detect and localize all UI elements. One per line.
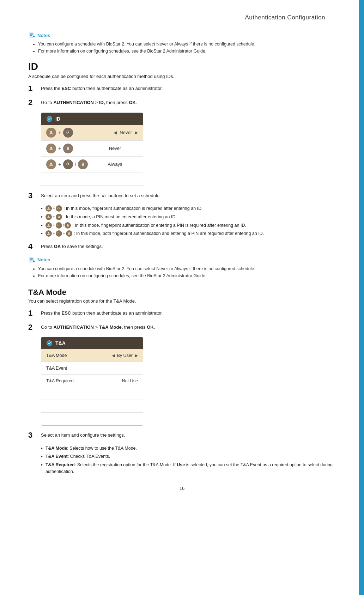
id-bullet-2-icons: + / [46, 222, 71, 229]
ta-screen-row-4 [41, 400, 143, 413]
page-header: Authentication Configuration [28, 14, 336, 21]
notes-icon-1 [28, 32, 35, 39]
id-step-3-bullets: + : In this mode, fingerprint authentica… [28, 205, 336, 237]
ta-bullet-2: T&A Required: Selects the registration o… [41, 462, 336, 475]
id-screen-row-0: + ◀ Never ▶ [41, 125, 143, 141]
notes-item-1-0: You can configure a schedule with BioSta… [38, 41, 336, 48]
id-bullet-0: + : In this mode, fingerprint authentica… [41, 205, 336, 212]
id-bullet-0-icons: + [46, 205, 62, 212]
id-bullet-0-text: : In this mode, fingerprint authenticati… [63, 205, 203, 212]
ta-step-3-bullets: T&A Mode: Selects how to use the T&A Mod… [28, 445, 336, 475]
id-section-desc: A schedule can be configured for each au… [28, 74, 336, 79]
svg-rect-19 [30, 258, 33, 259]
id-screen-row-1-icons: + [46, 144, 92, 153]
ta-step-1-text: Press the ESC button then authenticate a… [41, 309, 163, 317]
id-screen-title: ID [55, 116, 60, 122]
ta-step-2: 2 Go to AUTHENTICATION > T&A Mode, then … [28, 323, 336, 332]
notes-box-2: Notes You can configure a schedule with … [28, 256, 336, 279]
slash-2: / [75, 162, 76, 167]
ta-screen-header: T&A [41, 337, 143, 349]
notes-title-2: Notes [28, 256, 336, 263]
fp-icon-0 [63, 128, 73, 138]
id-screen-row-2: + / Always [41, 157, 143, 172]
ta-screen-row-1: T&A Event [41, 362, 143, 375]
ta-step-2-text: Go to AUTHENTICATION > T&A Mode, then pr… [41, 323, 155, 331]
ta-step-2-number: 2 [28, 323, 41, 332]
ta-screen-row-5 [41, 413, 143, 425]
id-screen-row-1-value: Never [92, 146, 138, 151]
notes-item-1-1: For more information on configuring sche… [38, 48, 336, 55]
fp-sm-3 [56, 230, 62, 237]
ta-row-1-label: T&A Event [46, 366, 138, 371]
id-bullet-1-icons: + [46, 214, 62, 220]
svg-rect-3 [30, 35, 32, 36]
ta-step-3: 3 Select an item and configure the setti… [28, 431, 336, 440]
notes-label-1: Notes [37, 33, 50, 38]
svg-rect-15 [67, 225, 69, 226]
svg-rect-1 [30, 34, 33, 34]
ta-bullet-1-text: T&A Event: Checks T&A Events. [46, 453, 110, 460]
id-step-1: 1 Press the ESC button then authenticate… [28, 84, 336, 93]
fp-sm-0 [56, 205, 62, 212]
id-step-1-number: 1 [28, 84, 41, 93]
id-screen-row-1: + Never [41, 141, 143, 157]
plus-2: + [58, 162, 61, 167]
ta-device-screen: T&A T&A Mode ◀ By User ▶ T&A Event T&A R… [41, 337, 143, 426]
id-screen-row-2-icons: + / [46, 159, 92, 169]
id-step-3: 3 Select an item and press the ‹/› butto… [28, 191, 336, 200]
accent-bar [359, 0, 364, 595]
ta-bullet-0: T&A Mode: Selects how to use the T&A Mod… [41, 445, 336, 452]
ta-row-0-nav: ◀ By User ▶ [112, 353, 138, 358]
id-badge-icon-2 [46, 159, 56, 169]
id-bullet-2-text: : In this mode, fingerprint authenticati… [72, 222, 246, 229]
svg-rect-8 [67, 148, 69, 150]
svg-point-9 [50, 163, 52, 164]
id-bullet-3: + + : In this mode, both fingerprint aut… [41, 230, 336, 237]
svg-rect-5 [33, 36, 35, 37]
svg-point-11 [48, 207, 49, 208]
id-step-2-number: 2 [28, 98, 41, 107]
svg-rect-20 [30, 259, 33, 259]
notes-label-2: Notes [37, 257, 50, 262]
ta-screen-row-2: T&A Required Not Use [41, 375, 143, 387]
ta-screen-row-3 [41, 387, 143, 400]
ta-row-2-label: T&A Required [46, 378, 122, 383]
id-device-screen: ID + [41, 113, 143, 186]
ta-section-desc: You can select registration options for … [28, 298, 336, 304]
id-sm-0a [46, 205, 52, 212]
id-bullet-3-text: : In this mode, both fingerprint authent… [74, 230, 264, 237]
id-section: ID A schedule can be configured for each… [28, 61, 336, 251]
notes-list-1: You can configure a schedule with BioSta… [28, 41, 336, 55]
ta-row-2-value: Not Use [122, 378, 138, 383]
ta-row-0-value: By User [117, 353, 133, 358]
ta-row-0-label: T&A Mode [46, 353, 112, 358]
svg-rect-10 [82, 164, 84, 166]
svg-rect-2 [30, 35, 33, 35]
id-sm-2a [46, 222, 52, 229]
ta-step-3-text: Select an item and configure the setting… [41, 431, 125, 439]
plus-1: + [58, 146, 61, 151]
id-step-4: 4 Press OK to save the settings. [28, 242, 336, 251]
ta-bullet-1: T&A Event: Checks T&A Events. [41, 453, 336, 460]
ta-screen-title: T&A [55, 340, 66, 346]
pin-sm-2 [65, 222, 71, 229]
pin-sm-3 [66, 230, 72, 237]
id-screen-row-0-icons: + [46, 128, 114, 138]
ta-screen-row-0: T&A Mode ◀ By User ▶ [41, 349, 143, 362]
id-bullet-2: + / : In this mode, fingerprint authenti… [41, 222, 336, 229]
id-screen-row-3 [41, 172, 143, 186]
id-step-1-text: Press the ESC button then authenticate a… [41, 84, 163, 92]
fp-icon-2 [63, 159, 73, 169]
plus-0: + [58, 130, 61, 135]
id-sm-3a [46, 230, 52, 237]
svg-rect-23 [33, 261, 35, 262]
notes-item-2-1: For more information on configuring sche… [38, 272, 336, 279]
ta-section: T&A Mode You can select registration opt… [28, 288, 336, 475]
svg-point-16 [48, 232, 49, 233]
id-badge-icon-0 [46, 128, 56, 138]
svg-rect-21 [30, 260, 32, 260]
page-number: 16 [28, 486, 336, 491]
notes-title-1: Notes [28, 32, 336, 39]
id-step-3-text: Select an item and press the ‹/› buttons… [41, 191, 161, 199]
svg-point-6 [50, 131, 52, 133]
